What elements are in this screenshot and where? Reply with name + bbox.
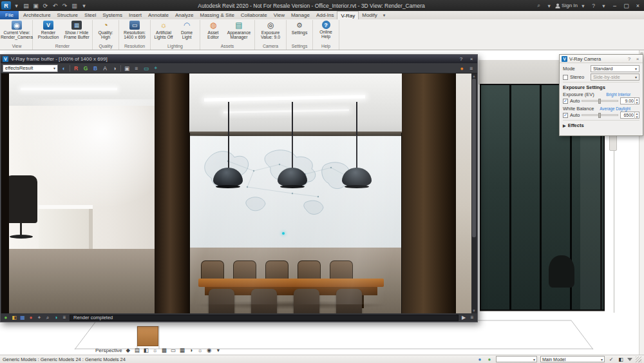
crop-region-visibility-icon[interactable]: ▦	[179, 347, 185, 353]
lens-effects-icon[interactable]: ●	[28, 315, 34, 321]
history-icon[interactable]: ≡	[133, 64, 140, 72]
editable-only-icon[interactable]: ◧	[618, 357, 624, 362]
zoom-icon[interactable]: ⌕	[44, 315, 51, 321]
exposure-auto-checkbox[interactable]: ✓	[563, 99, 568, 104]
help-icon[interactable]: ?	[589, 1, 598, 10]
crop-view-icon[interactable]: ▭	[170, 347, 176, 353]
exclude-options-icon[interactable]: ✓	[608, 357, 614, 362]
temporary-view-properties-icon[interactable]: ◉	[206, 347, 213, 353]
tab-systems[interactable]: Systems	[99, 11, 126, 19]
detail-level-icon[interactable]: ▤	[134, 347, 140, 353]
design-option-select[interactable]: ▾	[496, 356, 537, 362]
filter-icon[interactable]	[627, 358, 632, 361]
tab-massing-site[interactable]: Massing & Site	[196, 11, 237, 19]
minimize-button[interactable]: –	[610, 1, 620, 10]
exposure-slider[interactable]	[582, 100, 618, 102]
vfb-title-bar[interactable]: V V-Ray frame buffer - [100% of 1400 x 6…	[1, 55, 477, 63]
tab-modify[interactable]: Modify	[359, 11, 381, 19]
scrollbar-thumb[interactable]	[472, 79, 476, 237]
stereo-mode-select[interactable]: Side-by-side ▾	[591, 74, 639, 81]
wb-value-field[interactable]: 6500 ▲▼	[620, 112, 639, 119]
view-bar-caret-icon[interactable]: ▾	[215, 347, 222, 353]
vcam-close-button[interactable]: ×	[634, 56, 641, 62]
asset-editor-button[interactable]: ◍ Asset Editor	[202, 20, 224, 40]
open-icon[interactable]: ▤	[22, 1, 30, 10]
search-icon[interactable]: ⌕	[535, 1, 543, 10]
tab-insert[interactable]: Insert	[126, 11, 145, 19]
stamp-icon[interactable]: ●	[3, 315, 9, 321]
vfb-vertical-scrollbar[interactable]: ▲ ▼	[471, 74, 477, 313]
channel-select[interactable]: effectsResult ▾	[3, 64, 58, 72]
redo-icon[interactable]: ↷	[61, 1, 69, 10]
print-icon[interactable]: ▥	[70, 1, 79, 10]
resize-grip[interactable]	[636, 357, 641, 362]
exposure-value-field[interactable]: 9.00 ▲▼	[620, 97, 639, 104]
tab-view[interactable]: View	[270, 11, 288, 19]
dome-light-button[interactable]: ◠ Dome Light	[176, 20, 198, 40]
vcam-title-bar[interactable]: V V-Ray Camera ? ×	[560, 55, 643, 63]
undo-icon[interactable]: ↶	[51, 1, 59, 10]
effects-expander[interactable]: ▶ Effects	[563, 123, 639, 128]
appearance-manager-button[interactable]: ▤ Appearance Manager	[225, 20, 252, 40]
render-last-icon[interactable]: ●	[458, 64, 466, 72]
wb-spinner[interactable]: ▲▼	[634, 112, 639, 119]
progress-icon[interactable]: ▶	[460, 315, 467, 321]
current-view-button[interactable]: ◉ Current View: Render_Camera	[3, 20, 30, 40]
exposure-value-button[interactable]: ◎ Exposure Value: 9.0	[257, 20, 284, 40]
request-icon[interactable]: ●	[486, 357, 493, 362]
color-corrections-icon[interactable]: ◧	[11, 315, 17, 321]
sun-path-icon[interactable]: ☼	[152, 347, 158, 353]
red-channel-icon[interactable]: R	[72, 64, 80, 72]
shadows-icon[interactable]: ▩	[161, 347, 167, 353]
track-mouse-icon[interactable]: ⌖	[152, 64, 160, 72]
save-all-channels-icon[interactable]: ◐	[60, 64, 68, 72]
search-caret-icon[interactable]: ▾	[545, 1, 553, 10]
blue-channel-icon[interactable]: B	[91, 64, 99, 72]
compare-images-icon[interactable]: ▦	[19, 315, 26, 321]
tab-structure[interactable]: Structure	[54, 11, 81, 19]
history-panel-icon[interactable]: ≡	[61, 315, 68, 321]
maximize-button[interactable]: ▢	[621, 1, 631, 10]
settings-button[interactable]: ⚙ Settings	[289, 20, 310, 35]
app-menu-caret-icon[interactable]: ▾	[12, 1, 21, 10]
revit-logo-icon[interactable]: R	[1, 1, 11, 10]
render-production-button[interactable]: V Render Production	[35, 20, 62, 40]
sync-icon[interactable]: ⟳	[41, 1, 50, 10]
vcam-help-button[interactable]: ?	[626, 56, 632, 62]
scale-icon[interactable]: ◆	[125, 347, 131, 353]
quality-button[interactable]: ◔ Quality: High	[95, 20, 117, 40]
save-image-icon[interactable]: ▣	[123, 64, 131, 72]
monochrome-icon[interactable]: ◑	[111, 64, 118, 72]
active-design-option-select[interactable]: Main Model ▾	[540, 356, 605, 362]
ribbon-state-caret-icon[interactable]: ▾	[381, 11, 388, 19]
navigation-bar-widget[interactable]	[609, 134, 617, 151]
online-help-button[interactable]: ? Online Help	[315, 20, 337, 39]
help-caret-icon[interactable]: ▾	[600, 1, 608, 10]
rendered-image[interactable]	[1, 74, 471, 313]
tab-analyze[interactable]: Analyze	[172, 11, 196, 19]
tab-file[interactable]: File	[0, 11, 19, 19]
tab-addins[interactable]: Add-Ins	[313, 11, 337, 19]
tab-collaborate[interactable]: Collaborate	[238, 11, 270, 19]
green-channel-icon[interactable]: G	[82, 64, 90, 72]
message-log-icon[interactable]: ≡	[469, 315, 475, 321]
visual-style-icon[interactable]: ◧	[143, 347, 149, 353]
vfb-close-button[interactable]: ×	[468, 56, 475, 62]
vray-frame-buffer-window[interactable]: V V-Ray frame buffer - [100% of 1400 x 6…	[0, 54, 478, 322]
tab-vray[interactable]: V-Ray	[337, 11, 359, 19]
tab-manage[interactable]: Manage	[288, 11, 313, 19]
tab-steel[interactable]: Steel	[81, 11, 99, 19]
tab-architecture[interactable]: Architecture	[20, 11, 54, 19]
close-button[interactable]: ×	[633, 1, 643, 10]
sign-in-button[interactable]: Sign In ▾	[555, 1, 587, 10]
save-icon[interactable]: ▣	[32, 1, 40, 10]
show-hide-frame-buffer-button[interactable]: ▦ Show / Hide Frame Buffer	[63, 20, 90, 40]
vfb-options-icon[interactable]: ≡	[468, 64, 475, 72]
exposure-spinner[interactable]: ▲▼	[634, 98, 639, 104]
reveal-hidden-elements-icon[interactable]: ☼	[197, 347, 204, 353]
vfb-help-button[interactable]: ?	[457, 56, 465, 62]
region-render-icon[interactable]: ▭	[142, 64, 150, 72]
artificial-lights-button[interactable]: ☼ Artificial Lights Off	[153, 20, 175, 40]
alpha-channel-icon[interactable]: A	[101, 64, 109, 72]
pixel-info-icon[interactable]: ◑	[53, 315, 59, 321]
